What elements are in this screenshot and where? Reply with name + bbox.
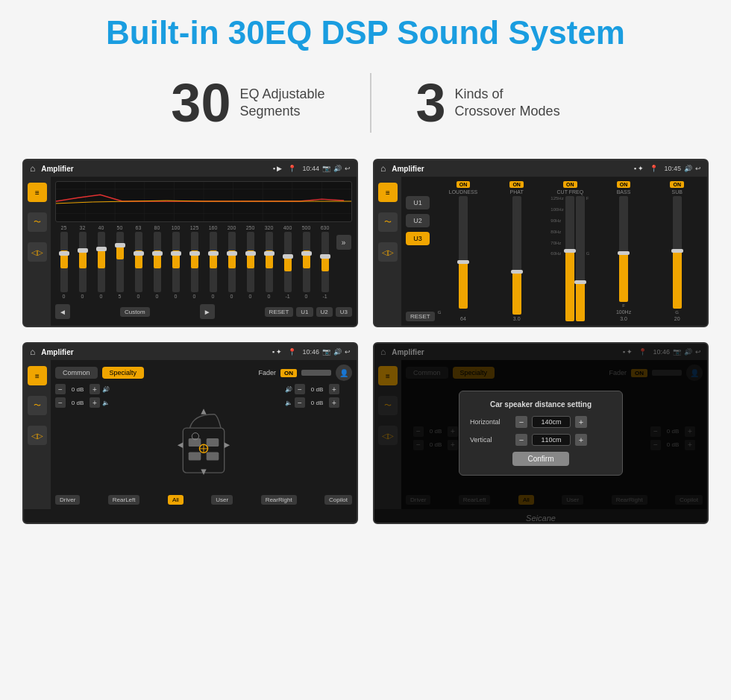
eq-btn-1[interactable]: ≡ bbox=[28, 183, 47, 202]
speaker-btn-1[interactable]: ◁▷ bbox=[28, 242, 47, 262]
loudness-slider[interactable] bbox=[459, 196, 468, 309]
u3-btn[interactable]: U3 bbox=[336, 307, 352, 317]
slider-11[interactable] bbox=[247, 232, 254, 292]
slider-12[interactable] bbox=[266, 232, 273, 292]
speaker-btn-3[interactable]: ◁▷ bbox=[28, 426, 47, 445]
slider-2[interactable] bbox=[79, 232, 87, 292]
volume-icon-1: 🔊 bbox=[333, 165, 342, 172]
wave-btn-3[interactable]: 〜 bbox=[28, 396, 47, 415]
slider-5[interactable] bbox=[135, 232, 142, 292]
user-icon[interactable]: 👤 bbox=[336, 365, 352, 381]
minus-btn-2[interactable]: − bbox=[55, 397, 66, 408]
db-val-3: 0 dB bbox=[307, 386, 327, 393]
screen2-content: ≡ 〜 ◁▷ U1 U2 U3 RESET ON LOUDNESS bbox=[374, 177, 707, 326]
all-btn[interactable]: All bbox=[168, 495, 183, 505]
horizontal-minus[interactable]: − bbox=[515, 416, 527, 428]
cv-cutfreq: ON CUT FREQ 125Hz100Hz90Hz80Hz70Hz60Hz bbox=[545, 181, 596, 321]
home-icon-1[interactable]: ⌂ bbox=[30, 163, 35, 174]
rear-right-btn[interactable]: RearRight bbox=[261, 495, 297, 505]
location-icon-2: 📍 bbox=[650, 165, 658, 172]
specialty-main: Common Specialty Fader ON 👤 − 0 dB + 🔊 bbox=[51, 360, 357, 509]
prev-btn[interactable]: ◄ bbox=[55, 304, 70, 319]
home-icon-2[interactable]: ⌂ bbox=[380, 163, 386, 174]
slider-7[interactable] bbox=[172, 232, 180, 292]
specialty-tab[interactable]: Specialty bbox=[102, 367, 145, 379]
vertical-plus[interactable]: + bbox=[575, 434, 587, 446]
freq-labels: 125Hz100Hz90Hz80Hz70Hz60Hz bbox=[550, 196, 563, 256]
reset-btn[interactable]: RESET bbox=[265, 307, 294, 317]
slider-4[interactable] bbox=[116, 232, 124, 292]
cutfreq-slider[interactable] bbox=[565, 196, 574, 321]
slider-3[interactable] bbox=[98, 232, 105, 292]
phat-on: ON bbox=[509, 181, 524, 188]
slider-15[interactable] bbox=[321, 232, 329, 292]
phat-slider[interactable] bbox=[512, 196, 521, 315]
eq-col-1: 25 0 bbox=[55, 225, 72, 299]
eq-btn-3[interactable]: ≡ bbox=[28, 366, 47, 385]
slider-8[interactable] bbox=[191, 232, 198, 292]
bass-on: ON bbox=[617, 181, 631, 188]
u1-btn[interactable]: U1 bbox=[296, 307, 313, 317]
eq-col-2: 32 0 bbox=[74, 225, 91, 299]
user-btn[interactable]: User bbox=[211, 495, 233, 505]
bottom-btns: RESET U1 U2 U3 bbox=[265, 307, 352, 317]
back-icon-3[interactable]: ↩ bbox=[345, 348, 351, 356]
cv-phat: ON PHAT 3.0 bbox=[491, 181, 542, 321]
eq-col-11: 250 0 bbox=[242, 225, 259, 299]
spec-body: − 0 dB + 🔊 − 0 dB + 🔈 bbox=[55, 384, 352, 492]
fader-slider[interactable] bbox=[301, 370, 331, 376]
camera-icon-3: 📷 bbox=[322, 348, 330, 356]
plus-btn-2[interactable]: + bbox=[90, 397, 100, 408]
minus-btn-3[interactable]: − bbox=[295, 384, 305, 394]
eq-number: 30 bbox=[171, 76, 230, 130]
eq-col-3: 40 0 bbox=[92, 225, 110, 299]
slider-13[interactable] bbox=[284, 232, 292, 292]
common-tab[interactable]: Common bbox=[55, 367, 98, 379]
screen-specialty: ⌂ Amplifier ▪ ✦ 📍 10:46 📷 🔊 ↩ ≡ 〜 ◁▷ Com… bbox=[22, 342, 358, 524]
plus-btn-3[interactable]: + bbox=[329, 384, 339, 394]
slider-10[interactable] bbox=[228, 232, 236, 292]
speaker-icon-2: 🔈 bbox=[102, 400, 110, 406]
back-icon-2[interactable]: ↩ bbox=[695, 165, 701, 172]
slider-1[interactable] bbox=[60, 232, 68, 292]
home-icon-3[interactable]: ⌂ bbox=[30, 347, 35, 357]
db-row-4: 🔈 − 0 dB + bbox=[285, 397, 352, 408]
u2-preset[interactable]: U2 bbox=[406, 214, 430, 227]
plus-btn-1[interactable]: + bbox=[90, 384, 100, 394]
screen-eq: ⌂ Amplifier ▪ ▶ 📍 10:44 📷 🔊 ↩ ≡ 〜 ◁▷ bbox=[22, 159, 358, 327]
copilot-btn[interactable]: Copilot bbox=[324, 495, 352, 505]
driver-btn[interactable]: Driver bbox=[55, 495, 80, 505]
u3-preset[interactable]: U3 bbox=[406, 232, 430, 245]
back-icon-1[interactable]: ↩ bbox=[345, 165, 351, 172]
bass-slider[interactable] bbox=[619, 196, 628, 302]
nav-right[interactable]: » bbox=[336, 235, 351, 250]
db-row-1: − 0 dB + 🔊 bbox=[55, 384, 122, 394]
screen1-title: Amplifier bbox=[41, 165, 73, 173]
u1-preset[interactable]: U1 bbox=[406, 196, 430, 209]
stat-divider bbox=[370, 73, 371, 133]
sub-slider[interactable] bbox=[673, 196, 682, 309]
svg-rect-15 bbox=[189, 452, 201, 460]
cv-reset[interactable]: RESET bbox=[406, 312, 435, 321]
next-btn[interactable]: ► bbox=[200, 304, 215, 319]
rear-left-btn[interactable]: RearLeft bbox=[108, 495, 140, 505]
minus-btn-4[interactable]: − bbox=[295, 397, 305, 408]
camera-icon-1: 📷 bbox=[322, 165, 330, 172]
slider-6[interactable] bbox=[154, 232, 161, 292]
wave-btn-2[interactable]: 〜 bbox=[378, 212, 398, 232]
horizontal-plus[interactable]: + bbox=[575, 416, 587, 428]
eq-btn-2[interactable]: ≡ bbox=[378, 183, 398, 202]
time-3: 10:46 bbox=[302, 348, 319, 356]
slider-9[interactable] bbox=[210, 232, 217, 292]
wave-btn-1[interactable]: 〜 bbox=[28, 212, 47, 232]
speaker-icon-3: 🔊 bbox=[285, 386, 292, 393]
speaker-btn-2[interactable]: ◁▷ bbox=[378, 242, 398, 262]
minus-btn-1[interactable]: − bbox=[55, 384, 66, 394]
u2-btn[interactable]: U2 bbox=[316, 307, 333, 317]
confirm-button[interactable]: Confirm bbox=[512, 452, 568, 466]
cutfreq-slider2[interactable] bbox=[576, 196, 585, 321]
status-bar-1: ⌂ Amplifier ▪ ▶ 📍 10:44 📷 🔊 ↩ bbox=[24, 160, 357, 177]
slider-14[interactable] bbox=[303, 232, 310, 292]
vertical-minus[interactable]: − bbox=[515, 434, 527, 446]
plus-btn-4[interactable]: + bbox=[329, 397, 339, 408]
